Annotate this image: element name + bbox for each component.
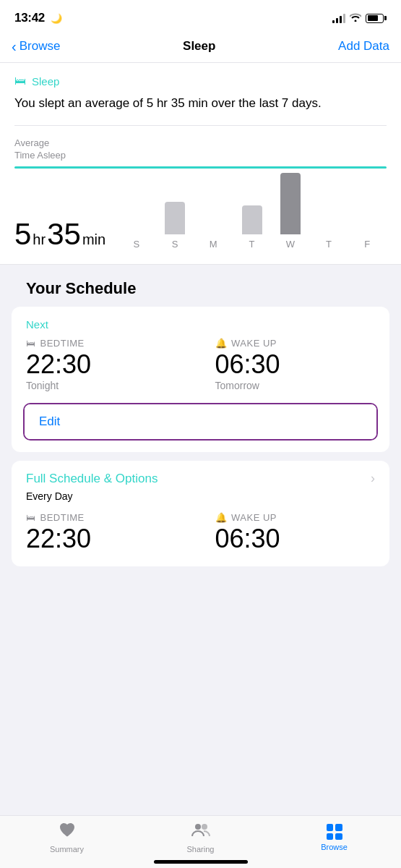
status-icons	[332, 12, 387, 24]
status-time: 13:42 🌙	[14, 11, 62, 25]
bar-col-t1: T	[233, 205, 271, 250]
chart-time: 5hr 35min	[14, 219, 105, 250]
bedtime-day: Tonight	[26, 380, 186, 391]
edit-button-container: Edit	[23, 403, 378, 441]
bar-s2	[165, 202, 185, 234]
bedtime-time: 22:30	[26, 350, 186, 379]
full-bedtime-type: 🛏 BEDTIME	[26, 512, 186, 523]
tab-sharing[interactable]: Sharing	[134, 822, 267, 854]
status-bar: 13:42 🌙	[0, 0, 401, 32]
tab-summary-label: Summary	[50, 845, 84, 854]
chart-label2: Time Asleep	[14, 150, 66, 161]
full-wakeup-time: 06:30	[215, 524, 376, 553]
schedule-section: Your Schedule Next 🛏 BEDTIME 22:30 Tonig…	[0, 265, 401, 566]
nav-bar: ‹ Browse Sleep Add Data	[0, 32, 401, 63]
nav-title: Sleep	[183, 39, 215, 54]
bar-label-f: F	[364, 239, 370, 250]
bed-icon-small: 🛏	[26, 338, 36, 349]
svg-point-0	[195, 824, 201, 830]
grid-icon	[327, 824, 342, 840]
signal-icon	[332, 14, 345, 23]
bar-label-s1: S	[133, 239, 139, 250]
sleep-card-header: 🛏 Sleep	[14, 75, 387, 88]
bar-t1	[242, 205, 262, 234]
sleep-summary-text: You slept an average of 5 hr 35 min over…	[14, 95, 387, 112]
bedtime-type: 🛏 BEDTIME	[26, 338, 186, 349]
wakeup-col: 🔔 WAKE UP 06:30 Tomorrow	[215, 338, 376, 392]
full-schedule-subtitle: Every Day	[12, 489, 389, 509]
people-icon	[191, 822, 210, 842]
full-schedule-title[interactable]: Full Schedule & Options	[26, 472, 158, 486]
bar-label-m: M	[210, 239, 217, 250]
full-schedule-card[interactable]: Full Schedule & Options › Every Day 🛏 BE…	[12, 461, 389, 566]
divider	[14, 125, 387, 126]
bar-col-s2: S	[155, 202, 194, 250]
moon-icon: 🌙	[51, 13, 62, 24]
bar-label-t2: T	[326, 239, 332, 250]
chart-min-unit: min	[82, 231, 105, 248]
tab-sharing-label: Sharing	[187, 845, 215, 854]
back-label: Browse	[20, 39, 61, 54]
edit-button[interactable]: Edit	[25, 404, 376, 439]
next-label: Next	[26, 318, 375, 331]
svg-point-1	[202, 824, 207, 830]
next-schedule-card: Next 🛏 BEDTIME 22:30 Tonight 🔔 WAKE U	[12, 307, 389, 453]
battery-icon	[366, 14, 387, 23]
full-schedule-times: 🛏 BEDTIME 22:30 🔔 WAKE UP 06:30	[12, 509, 389, 566]
chevron-right-icon: ›	[371, 471, 375, 486]
sleep-section-label: Sleep	[32, 75, 59, 88]
wakeup-type: 🔔 WAKE UP	[215, 338, 376, 349]
heart-icon	[59, 822, 76, 842]
full-bedtime-time: 22:30	[26, 524, 186, 553]
time-text: 13:42	[14, 11, 45, 25]
chart-hour-unit: hr	[33, 231, 46, 248]
bar-chart: S S M T	[117, 177, 387, 250]
section-title: Your Schedule	[12, 265, 389, 307]
add-data-button[interactable]: Add Data	[338, 39, 389, 54]
home-indicator	[154, 860, 248, 864]
bar-label-s2: S	[172, 239, 178, 250]
chart-section: Average Time Asleep 5hr 35min S	[14, 135, 387, 250]
schedule-row: 🛏 BEDTIME 22:30 Tonight 🔔 WAKE UP 06:30 …	[26, 338, 375, 392]
teal-line	[14, 166, 387, 169]
tab-browse-label: Browse	[321, 843, 348, 851]
wakeup-time: 06:30	[215, 350, 376, 379]
chart-area: 5hr 35min S S	[14, 177, 387, 250]
full-schedule-row: 🛏 BEDTIME 22:30 🔔 WAKE UP 06:30	[26, 512, 375, 555]
full-bed-icon: 🛏	[26, 512, 36, 523]
next-schedule-inner: Next 🛏 BEDTIME 22:30 Tonight 🔔 WAKE U	[12, 307, 389, 404]
tab-browse[interactable]: Browse	[267, 824, 401, 851]
bedtime-col: 🛏 BEDTIME 22:30 Tonight	[26, 338, 186, 392]
alarm-icon: 🔔	[215, 338, 228, 349]
bed-icon: 🛏	[14, 75, 26, 88]
wakeup-day: Tomorrow	[215, 380, 376, 391]
bar-col-s1: S	[117, 234, 155, 250]
main-content: 🛏 Sleep You slept an average of 5 hr 35 …	[0, 63, 401, 640]
chart-minutes: 35	[47, 219, 81, 250]
chart-label: Average Time Asleep	[14, 137, 387, 162]
bar-w	[280, 173, 301, 234]
full-alarm-icon: 🔔	[215, 512, 228, 523]
bedtime-label: BEDTIME	[40, 338, 85, 349]
bar-col-m: M	[194, 234, 233, 250]
chart-label1: Average	[14, 137, 49, 148]
full-wakeup-label: WAKE UP	[231, 512, 277, 523]
chart-hours: 5	[14, 219, 31, 250]
back-button[interactable]: ‹ Browse	[12, 39, 60, 54]
full-schedule-header[interactable]: Full Schedule & Options ›	[12, 461, 389, 489]
bar-col-f: F	[348, 234, 387, 250]
bar-label-w: W	[286, 239, 295, 250]
wakeup-label: WAKE UP	[231, 338, 277, 349]
full-wakeup-col: 🔔 WAKE UP 06:30	[215, 512, 376, 555]
bar-col-w: W	[271, 173, 309, 250]
full-bedtime-label: BEDTIME	[40, 512, 85, 523]
wifi-icon	[350, 12, 361, 24]
bar-label-t1: T	[249, 239, 255, 250]
tab-summary[interactable]: Summary	[0, 822, 134, 854]
back-chevron-icon: ‹	[12, 39, 17, 54]
full-wakeup-type: 🔔 WAKE UP	[215, 512, 376, 523]
full-bedtime-col: 🛏 BEDTIME 22:30	[26, 512, 186, 555]
bar-col-t2: T	[309, 234, 348, 250]
sleep-summary-card: 🛏 Sleep You slept an average of 5 hr 35 …	[0, 63, 401, 265]
